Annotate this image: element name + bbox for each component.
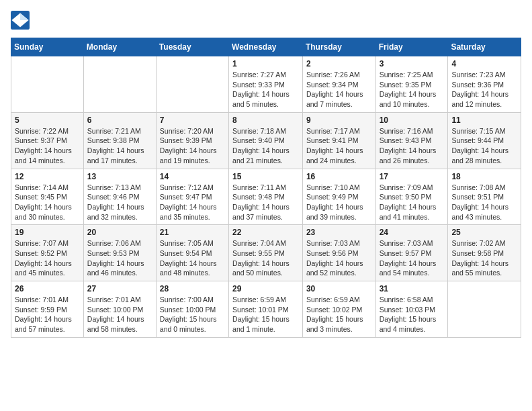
day-number: 13	[87, 172, 152, 181]
calendar-cell: 2Sunrise: 7:26 AM Sunset: 9:34 PM Daylig…	[302, 56, 375, 113]
weekday-header: Tuesday	[156, 38, 228, 56]
day-info: Sunrise: 7:14 AM Sunset: 9:45 PM Dayligh…	[15, 183, 80, 222]
weekday-header: Monday	[83, 38, 156, 56]
day-number: 20	[87, 228, 152, 237]
calendar-cell	[11, 56, 84, 113]
calendar-cell: 3Sunrise: 7:25 AM Sunset: 9:35 PM Daylig…	[375, 56, 448, 113]
calendar-cell: 21Sunrise: 7:05 AM Sunset: 9:54 PM Dayli…	[156, 225, 228, 281]
logo-icon	[11, 11, 30, 30]
day-info: Sunrise: 6:59 AM Sunset: 10:01 PM Daylig…	[232, 295, 299, 334]
day-number: 24	[380, 228, 445, 237]
day-number: 5	[15, 116, 80, 125]
day-info: Sunrise: 7:07 AM Sunset: 9:52 PM Dayligh…	[15, 238, 80, 278]
day-number: 4	[451, 59, 517, 68]
day-number: 15	[232, 172, 299, 181]
day-number: 2	[306, 59, 372, 68]
calendar-cell: 4Sunrise: 7:23 AM Sunset: 9:36 PM Daylig…	[448, 56, 521, 113]
logo	[11, 11, 32, 30]
day-info: Sunrise: 7:02 AM Sunset: 9:58 PM Dayligh…	[451, 238, 517, 278]
calendar-cell: 26Sunrise: 7:01 AM Sunset: 9:59 PM Dayli…	[11, 281, 84, 338]
day-info: Sunrise: 7:06 AM Sunset: 9:53 PM Dayligh…	[87, 238, 152, 278]
day-number: 1	[232, 59, 299, 68]
calendar-cell: 8Sunrise: 7:18 AM Sunset: 9:40 PM Daylig…	[229, 112, 303, 169]
calendar-week-row: 12Sunrise: 7:14 AM Sunset: 9:45 PM Dayli…	[11, 169, 521, 225]
calendar-week-row: 19Sunrise: 7:07 AM Sunset: 9:52 PM Dayli…	[11, 225, 521, 281]
day-info: Sunrise: 7:25 AM Sunset: 9:35 PM Dayligh…	[380, 70, 445, 109]
day-number: 26	[15, 284, 80, 293]
calendar-cell	[448, 281, 521, 338]
weekday-header: Sunday	[11, 38, 84, 56]
day-info: Sunrise: 7:08 AM Sunset: 9:51 PM Dayligh…	[451, 183, 517, 222]
day-number: 6	[87, 116, 152, 125]
calendar-cell: 25Sunrise: 7:02 AM Sunset: 9:58 PM Dayli…	[448, 225, 521, 281]
day-number: 27	[87, 284, 152, 293]
day-info: Sunrise: 7:10 AM Sunset: 9:49 PM Dayligh…	[306, 183, 372, 222]
day-number: 29	[232, 284, 299, 293]
calendar-table: SundayMondayTuesdayWednesdayThursdayFrid…	[11, 38, 521, 338]
calendar-cell: 22Sunrise: 7:04 AM Sunset: 9:55 PM Dayli…	[229, 225, 303, 281]
day-info: Sunrise: 7:15 AM Sunset: 9:44 PM Dayligh…	[451, 126, 517, 166]
day-info: Sunrise: 7:03 AM Sunset: 9:56 PM Dayligh…	[306, 238, 372, 278]
day-info: Sunrise: 7:03 AM Sunset: 9:57 PM Dayligh…	[380, 238, 445, 278]
calendar-cell: 11Sunrise: 7:15 AM Sunset: 9:44 PM Dayli…	[448, 112, 521, 169]
day-info: Sunrise: 7:23 AM Sunset: 9:36 PM Dayligh…	[451, 70, 517, 109]
day-number: 19	[15, 228, 80, 237]
calendar-cell: 18Sunrise: 7:08 AM Sunset: 9:51 PM Dayli…	[448, 169, 521, 225]
calendar-cell: 29Sunrise: 6:59 AM Sunset: 10:01 PM Dayl…	[229, 281, 303, 338]
day-number: 14	[160, 172, 225, 181]
calendar-week-row: 26Sunrise: 7:01 AM Sunset: 9:59 PM Dayli…	[11, 281, 521, 338]
day-info: Sunrise: 7:12 AM Sunset: 9:47 PM Dayligh…	[160, 183, 225, 222]
day-number: 12	[15, 172, 80, 181]
day-number: 21	[160, 228, 225, 237]
day-info: Sunrise: 6:58 AM Sunset: 10:03 PM Daylig…	[380, 295, 445, 334]
calendar-cell: 16Sunrise: 7:10 AM Sunset: 9:49 PM Dayli…	[302, 169, 375, 225]
calendar-header-row: SundayMondayTuesdayWednesdayThursdayFrid…	[11, 38, 521, 56]
day-info: Sunrise: 7:26 AM Sunset: 9:34 PM Dayligh…	[306, 70, 372, 109]
calendar-cell: 20Sunrise: 7:06 AM Sunset: 9:53 PM Dayli…	[83, 225, 156, 281]
calendar-cell: 14Sunrise: 7:12 AM Sunset: 9:47 PM Dayli…	[156, 169, 228, 225]
calendar-cell: 31Sunrise: 6:58 AM Sunset: 10:03 PM Dayl…	[375, 281, 448, 338]
calendar-cell: 17Sunrise: 7:09 AM Sunset: 9:50 PM Dayli…	[375, 169, 448, 225]
day-info: Sunrise: 7:11 AM Sunset: 9:48 PM Dayligh…	[232, 183, 299, 222]
day-number: 10	[380, 116, 445, 125]
day-number: 30	[306, 284, 372, 293]
day-info: Sunrise: 7:01 AM Sunset: 10:00 PM Daylig…	[87, 295, 152, 334]
day-number: 23	[306, 228, 372, 237]
day-info: Sunrise: 7:17 AM Sunset: 9:41 PM Dayligh…	[306, 126, 372, 166]
calendar-cell: 7Sunrise: 7:20 AM Sunset: 9:39 PM Daylig…	[156, 112, 228, 169]
day-info: Sunrise: 7:21 AM Sunset: 9:38 PM Dayligh…	[87, 126, 152, 166]
day-number: 18	[451, 172, 517, 181]
calendar-cell: 27Sunrise: 7:01 AM Sunset: 10:00 PM Dayl…	[83, 281, 156, 338]
calendar-cell: 12Sunrise: 7:14 AM Sunset: 9:45 PM Dayli…	[11, 169, 84, 225]
calendar-cell: 6Sunrise: 7:21 AM Sunset: 9:38 PM Daylig…	[83, 112, 156, 169]
page-header	[11, 11, 521, 30]
calendar-week-row: 5Sunrise: 7:22 AM Sunset: 9:37 PM Daylig…	[11, 112, 521, 169]
day-info: Sunrise: 7:01 AM Sunset: 9:59 PM Dayligh…	[15, 295, 80, 334]
day-number: 7	[160, 116, 225, 125]
calendar-cell	[83, 56, 156, 113]
day-number: 11	[451, 116, 517, 125]
day-number: 28	[160, 284, 225, 293]
calendar-cell: 24Sunrise: 7:03 AM Sunset: 9:57 PM Dayli…	[375, 225, 448, 281]
calendar-cell	[156, 56, 228, 113]
day-number: 8	[232, 116, 299, 125]
calendar-cell: 13Sunrise: 7:13 AM Sunset: 9:46 PM Dayli…	[83, 169, 156, 225]
weekday-header: Wednesday	[229, 38, 303, 56]
calendar-cell: 9Sunrise: 7:17 AM Sunset: 9:41 PM Daylig…	[302, 112, 375, 169]
calendar-cell: 10Sunrise: 7:16 AM Sunset: 9:43 PM Dayli…	[375, 112, 448, 169]
calendar-cell: 5Sunrise: 7:22 AM Sunset: 9:37 PM Daylig…	[11, 112, 84, 169]
calendar-cell: 1Sunrise: 7:27 AM Sunset: 9:33 PM Daylig…	[229, 56, 303, 113]
day-number: 25	[451, 228, 517, 237]
day-info: Sunrise: 7:04 AM Sunset: 9:55 PM Dayligh…	[232, 238, 299, 278]
calendar-cell: 23Sunrise: 7:03 AM Sunset: 9:56 PM Dayli…	[302, 225, 375, 281]
day-info: Sunrise: 7:16 AM Sunset: 9:43 PM Dayligh…	[380, 126, 445, 166]
day-info: Sunrise: 7:20 AM Sunset: 9:39 PM Dayligh…	[160, 126, 225, 166]
day-number: 3	[380, 59, 445, 68]
day-number: 16	[306, 172, 372, 181]
weekday-header: Friday	[375, 38, 448, 56]
calendar-cell: 28Sunrise: 7:00 AM Sunset: 10:00 PM Dayl…	[156, 281, 228, 338]
day-info: Sunrise: 7:13 AM Sunset: 9:46 PM Dayligh…	[87, 183, 152, 222]
day-info: Sunrise: 7:05 AM Sunset: 9:54 PM Dayligh…	[160, 238, 225, 278]
calendar-week-row: 1Sunrise: 7:27 AM Sunset: 9:33 PM Daylig…	[11, 56, 521, 113]
day-info: Sunrise: 7:09 AM Sunset: 9:50 PM Dayligh…	[380, 183, 445, 222]
